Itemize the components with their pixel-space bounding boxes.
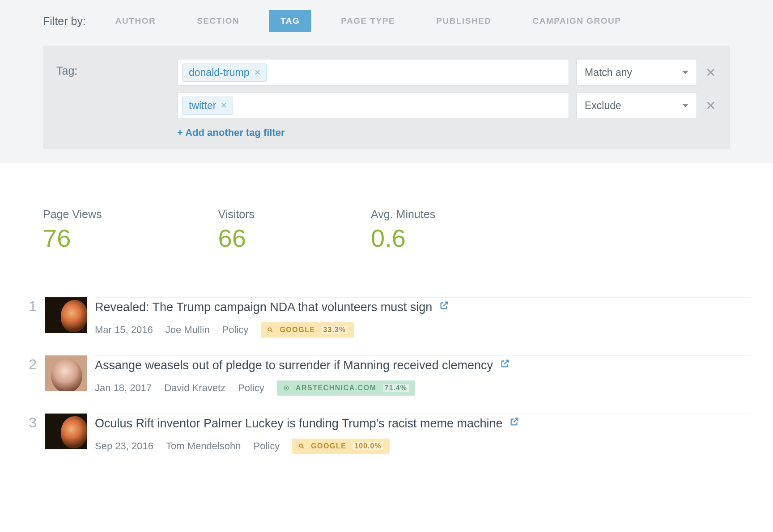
external-link-icon[interactable]	[500, 359, 510, 371]
stat-label: Page Views	[43, 208, 102, 221]
article-author[interactable]: Tom Mendelsohn	[166, 440, 241, 452]
article-date: Mar 15, 2016	[95, 324, 153, 336]
search-icon	[267, 327, 273, 333]
filter-tab-section[interactable]: Section	[185, 10, 251, 32]
article-headline[interactable]: Revealed: The Trump campaign NDA that vo…	[95, 300, 432, 314]
referrer-pct: 33.3%	[322, 326, 348, 334]
svg-line-1	[271, 330, 272, 332]
stat-page-views: Page Views 76	[43, 208, 102, 253]
tag-mode-select[interactable]: Exclude	[576, 92, 697, 119]
referrer-badge[interactable]: arstechnica.com 71.4%	[277, 380, 415, 396]
article-row: 3 Oculus Rift inventor Palmer Luckey is …	[22, 414, 751, 454]
referrer-source: Google	[280, 326, 315, 334]
filter-tab-tag[interactable]: Tag	[269, 10, 311, 32]
tag-mode-value: Match any	[585, 67, 632, 79]
tag-chip: twitter ✕	[182, 97, 233, 115]
article-meta: Mar 15, 2016 Joe Mullin Policy Google 33…	[95, 322, 751, 338]
stats-row: Page Views 76 Visitors 66 Avg. Minutes 0…	[0, 163, 773, 279]
article-thumbnail[interactable]	[45, 355, 87, 391]
article-row: 1 Revealed: The Trump campaign NDA that …	[22, 297, 751, 338]
article-list: 1 Revealed: The Trump campaign NDA that …	[0, 279, 773, 490]
article-section[interactable]: Policy	[253, 440, 280, 452]
svg-point-4	[299, 444, 302, 447]
tag-chip: donald-trump ✕	[182, 63, 267, 82]
tag-filter-panel: Tag: donald-trump ✕ Match any ✕	[43, 46, 730, 149]
article-meta: Jan 18, 2017 David Kravetz Policy arstec…	[95, 380, 751, 396]
article-section[interactable]: Policy	[238, 382, 264, 394]
article-section[interactable]: Policy	[222, 324, 249, 336]
referrer-source: Google	[311, 442, 346, 450]
stat-label: Visitors	[218, 208, 255, 221]
filter-tabs: Filter by: Author Section Tag Page Type …	[0, 0, 773, 46]
article-headline[interactable]: Oculus Rift inventor Palmer Luckey is fu…	[95, 417, 503, 430]
referrer-pct: 100.0%	[353, 442, 383, 450]
referrer-badge[interactable]: Google 33.3%	[261, 322, 354, 338]
article-author[interactable]: David Kravetz	[164, 382, 225, 394]
tag-input[interactable]: donald-trump ✕	[177, 59, 569, 86]
tag-filter-label: Tag:	[56, 59, 173, 139]
filter-region: Filter by: Author Section Tag Page Type …	[0, 0, 773, 163]
stat-value: 76	[43, 224, 102, 253]
referrer-badge[interactable]: Google 100.0%	[292, 439, 390, 454]
search-icon	[298, 443, 305, 449]
tag-mode-value: Exclude	[585, 100, 621, 112]
chevron-down-icon	[682, 71, 688, 74]
stat-avg-minutes: Avg. Minutes 0.6	[371, 208, 435, 253]
tag-mode-select[interactable]: Match any	[576, 59, 697, 86]
tag-chip-label: twitter	[189, 100, 216, 112]
remove-chip-icon[interactable]: ✕	[254, 68, 261, 77]
article-date: Jan 18, 2017	[95, 382, 152, 394]
filter-tab-page-type[interactable]: Page Type	[329, 10, 407, 32]
external-link-icon[interactable]	[510, 417, 519, 429]
article-meta: Sep 23, 2016 Tom Mendelsohn Policy Googl…	[95, 439, 751, 454]
svg-point-3	[286, 388, 287, 388]
stat-label: Avg. Minutes	[371, 208, 435, 221]
article-rank: 2	[22, 355, 37, 373]
article-thumbnail[interactable]	[45, 414, 87, 449]
svg-point-0	[268, 328, 272, 331]
svg-line-5	[302, 447, 304, 448]
referrer-pct: 71.4%	[383, 384, 409, 392]
tag-chip-label: donald-trump	[189, 67, 250, 79]
article-rank: 3	[22, 414, 37, 431]
article-row: 2 Assange weasels out of pledge to surre…	[22, 355, 751, 396]
article-author[interactable]: Joe Mullin	[166, 324, 210, 336]
stat-value: 0.6	[371, 224, 435, 253]
article-rank: 1	[22, 297, 37, 315]
tag-filter-row: donald-trump ✕ Match any ✕	[177, 59, 717, 86]
chevron-down-icon	[682, 104, 688, 107]
referrer-source: arstechnica.com	[296, 384, 377, 392]
filter-tab-published[interactable]: Published	[425, 10, 503, 32]
tag-filter-row: twitter ✕ Exclude ✕	[177, 92, 717, 119]
article-date: Sep 23, 2016	[95, 440, 153, 452]
external-link-icon[interactable]	[439, 300, 449, 312]
remove-row-icon[interactable]: ✕	[704, 65, 717, 80]
stat-value: 66	[218, 224, 255, 253]
filter-tab-author[interactable]: Author	[104, 10, 167, 32]
add-tag-filter-button[interactable]: + Add another tag filter	[177, 125, 717, 139]
filter-by-label: Filter by:	[43, 15, 86, 28]
target-icon	[283, 385, 289, 391]
stat-visitors: Visitors 66	[218, 208, 255, 253]
article-thumbnail[interactable]	[45, 297, 87, 333]
filter-tab-campaign-group[interactable]: Campaign Group	[521, 10, 633, 32]
remove-chip-icon[interactable]: ✕	[221, 101, 227, 110]
article-headline[interactable]: Assange weasels out of pledge to surrend…	[95, 359, 493, 372]
remove-row-icon[interactable]: ✕	[704, 98, 717, 113]
tag-input[interactable]: twitter ✕	[177, 92, 569, 119]
